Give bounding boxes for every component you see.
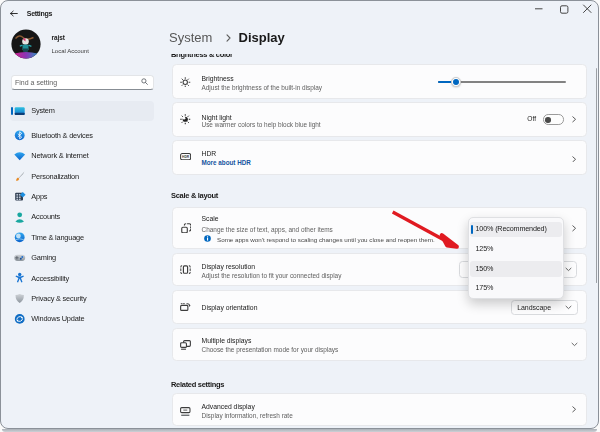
svg-text:HDR: HDR <box>182 155 190 159</box>
